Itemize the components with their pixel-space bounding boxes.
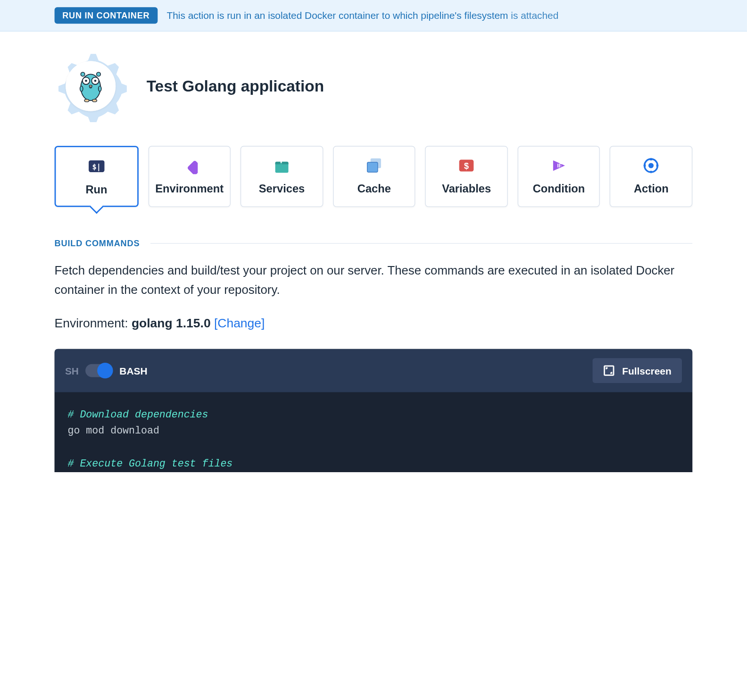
svg-point-7 xyxy=(80,86,83,91)
code-editor: SH BASH Fullscreen # Download dependenci… xyxy=(55,349,693,472)
tab-condition[interactable]: IF Condition xyxy=(518,146,600,207)
tab-label: Run xyxy=(85,183,107,197)
svg-point-12 xyxy=(97,72,100,76)
container-chip: RUN IN CONTAINER xyxy=(55,7,158,24)
editor-body[interactable]: # Download dependencies go mod download … xyxy=(55,392,693,472)
svg-point-11 xyxy=(81,72,84,76)
tab-run[interactable]: $| Run xyxy=(55,146,139,207)
cache-icon xyxy=(364,157,384,174)
fullscreen-button[interactable]: Fullscreen xyxy=(592,358,681,383)
tab-services[interactable]: Services xyxy=(241,146,323,207)
services-icon xyxy=(272,157,292,174)
tabs: $| Run Environment Services Cache $ xyxy=(55,146,693,207)
golang-gopher-icon xyxy=(76,69,105,103)
svg-point-10 xyxy=(92,99,97,102)
sh-label: SH xyxy=(65,365,79,376)
page-title: Test Golang application xyxy=(147,77,324,95)
svg-text:$: $ xyxy=(464,161,469,171)
svg-point-4 xyxy=(85,80,87,82)
build-description: Fetch dependencies and build/test your p… xyxy=(55,261,693,299)
tab-variables[interactable]: $ Variables xyxy=(425,146,508,207)
banner-text: This action is run in an isolated Docker… xyxy=(166,10,558,21)
banner-pre: This action is run in an isolated Docker… xyxy=(166,10,421,21)
tab-label: Variables xyxy=(442,183,491,196)
shell-toggle[interactable] xyxy=(85,364,112,377)
environment-icon xyxy=(180,157,199,174)
banner-post: is attached xyxy=(508,10,558,21)
env-label: Environment: xyxy=(55,317,132,330)
tab-label: Cache xyxy=(357,183,391,196)
svg-point-8 xyxy=(99,86,101,91)
tab-environment[interactable]: Environment xyxy=(148,146,231,207)
svg-rect-17 xyxy=(367,162,377,172)
action-logo xyxy=(55,50,127,122)
tab-cache[interactable]: Cache xyxy=(333,146,415,207)
svg-rect-15 xyxy=(187,160,198,174)
svg-text:$|: $| xyxy=(92,163,100,172)
tab-action[interactable]: Action xyxy=(610,146,692,207)
svg-text:IF: IF xyxy=(557,163,562,168)
change-env-link[interactable]: [Change] xyxy=(214,317,265,330)
fullscreen-label: Fullscreen xyxy=(622,365,672,376)
pipeline-filesystem-link[interactable]: pipeline's filesystem xyxy=(421,10,508,21)
condition-icon: IF xyxy=(549,157,569,174)
environment-line: Environment: golang 1.15.0 [Change] xyxy=(55,317,693,331)
env-value: golang 1.15.0 xyxy=(132,317,211,330)
action-icon xyxy=(641,157,661,174)
bash-label: BASH xyxy=(119,365,147,376)
editor-toolbar: SH BASH Fullscreen xyxy=(55,349,693,392)
fullscreen-icon xyxy=(603,365,615,377)
tab-label: Environment xyxy=(155,183,224,196)
page-header: Test Golang application xyxy=(55,32,693,146)
build-section-title: BUILD COMMANDS xyxy=(55,239,693,249)
info-banner: RUN IN CONTAINER This action is run in a… xyxy=(0,0,747,32)
tab-label: Action xyxy=(634,183,669,196)
tab-label: Services xyxy=(259,183,305,196)
tab-label: Condition xyxy=(533,183,585,196)
svg-point-22 xyxy=(648,163,654,168)
svg-point-5 xyxy=(94,80,96,82)
variables-icon: $ xyxy=(456,157,476,174)
run-icon: $| xyxy=(87,158,107,175)
svg-point-9 xyxy=(84,99,89,102)
svg-point-6 xyxy=(89,85,92,87)
